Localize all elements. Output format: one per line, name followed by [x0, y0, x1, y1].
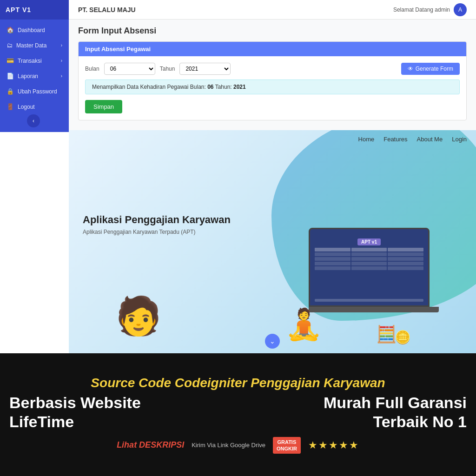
master-data-icon: 🗂 [7, 42, 13, 49]
promo-bottom-row: Lihat DESKRIPSI Kirim Via Link Google Dr… [9, 437, 467, 454]
nav-home[interactable]: Home [358, 136, 375, 143]
sidebar-item-ubah-password[interactable]: 🔒 Ubah Password [0, 84, 69, 99]
company-name: PT. SELALU MAJU [78, 6, 136, 13]
header-user: Selamat Datang admin A [393, 3, 467, 16]
calculator-icon: 🧮 [376, 324, 397, 344]
chevron-right-icon: › [61, 73, 62, 79]
bulan-select[interactable]: Pilih Bulan 010203 040506 070809 101112 [104, 63, 155, 75]
nav-login[interactable]: Login [452, 136, 467, 143]
sidebar-item-laporan[interactable]: 📄 Laporan › [0, 68, 69, 84]
promo-left-text: Berbasis Website LifeTime [9, 393, 141, 431]
sidebar-item-label: Ubah Password [18, 88, 57, 95]
lihat-deskripsi-link[interactable]: Lihat DESKRIPSI [117, 440, 184, 450]
sidebar-brand: APT V1 [0, 0, 69, 20]
scroll-down-button[interactable]: ⌄ [265, 334, 280, 349]
gratis-ongkir-badge: GRATIS ONGKIR [273, 437, 301, 454]
form-card-body: Bulan Pilih Bulan 010203 040506 070809 1… [79, 56, 466, 120]
star-rating: ★★★★★ [308, 439, 359, 451]
kirim-text: Kirim Via Link Google Drive [192, 442, 265, 449]
tahun-select[interactable]: Pilih Tahun 202120222023 [179, 63, 231, 75]
promo-section: Source Code Codeigniter Penggajian Karya… [0, 353, 476, 476]
laptop-screen: APT v1 [309, 228, 430, 307]
coin-icon: 🪙 [395, 330, 411, 345]
page-title: Form Input Absensi [78, 26, 467, 36]
person-left-figure: 🧑 [115, 298, 162, 335]
landing-subheading: Aplikasi Penggajian Karyawan Terpadu (AP… [83, 229, 231, 235]
avatar: A [454, 3, 467, 16]
info-bar: Menampilkan Data Kehadiran Pegawai Bulan… [85, 79, 460, 94]
sidebar-item-label: Laporan [18, 73, 38, 79]
landing-section: Home Features About Me Login Aplikasi Pe… [69, 130, 476, 353]
person-right-figure: 🧘 [285, 309, 323, 339]
sidebar-toggle-button[interactable]: ‹ [27, 114, 40, 127]
dashboard-icon: 🏠 [7, 26, 14, 33]
chevron-right-icon: › [61, 58, 62, 63]
nav-features[interactable]: Features [383, 136, 407, 143]
sidebar-item-dashboard[interactable]: 🏠 Dashboard [0, 22, 69, 38]
laptop-base [309, 307, 439, 312]
chevron-right-icon: › [61, 43, 62, 48]
promo-title: Source Code Codeigniter Penggajian Karya… [9, 376, 467, 390]
sidebar: APT V1 🏠 Dashboard 🗂 Master Data › 💳 Tra… [0, 0, 69, 132]
landing-nav: Home Features About Me Login [349, 130, 476, 148]
save-button[interactable]: Simpan [85, 100, 122, 113]
laptop-illustration: APT v1 [309, 228, 439, 321]
sidebar-item-logout[interactable]: 🚪 Logout [0, 99, 69, 114]
lock-icon: 🔒 [7, 88, 14, 95]
sidebar-item-label: Logout [18, 104, 35, 110]
tahun-value: 2021 [233, 84, 246, 90]
apt-badge: APT v1 [357, 238, 381, 245]
form-row-filters: Bulan Pilih Bulan 010203 040506 070809 1… [85, 63, 460, 75]
sidebar-nav: 🏠 Dashboard 🗂 Master Data › 💳 Transaksi … [0, 22, 69, 114]
form-area: Form Input Absensi Input Absensi Pegawai… [69, 20, 476, 127]
sidebar-item-label: Master Data [16, 42, 46, 49]
generate-form-button[interactable]: 👁 Generate Form [401, 63, 460, 75]
bulan-value: 06 [207, 84, 213, 90]
sidebar-item-transaksi[interactable]: 💳 Transaksi › [0, 53, 69, 68]
laptop-table [315, 248, 423, 271]
transaksi-icon: 💳 [7, 57, 14, 64]
header-bar: PT. SELALU MAJU Selamat Datang admin A [69, 0, 476, 20]
sidebar-item-master-data[interactable]: 🗂 Master Data › [0, 38, 69, 53]
promo-main-row: Berbasis Website LifeTime Murah Full Gar… [9, 393, 467, 431]
eye-icon: 👁 [408, 66, 413, 72]
sidebar-item-label: Transaksi [18, 58, 42, 64]
sidebar-item-label: Dashboard [18, 27, 45, 33]
bulan-label: Bulan [85, 66, 99, 72]
tahun-label: Tahun [160, 66, 175, 72]
form-card-header: Input Absensi Pegawai [79, 42, 466, 56]
welcome-text: Selamat Datang admin [393, 7, 450, 13]
promo-right-text: Murah Full Garansi Terbaik No 1 [324, 393, 467, 431]
laporan-icon: 📄 [7, 73, 14, 79]
logout-icon: 🚪 [7, 103, 14, 110]
landing-text: Aplikasi Penggajian Karyawan Aplikasi Pe… [83, 214, 231, 235]
landing-heading: Aplikasi Penggajian Karyawan [83, 214, 231, 226]
nav-about[interactable]: About Me [417, 136, 443, 143]
form-card: Input Absensi Pegawai Bulan Pilih Bulan … [78, 41, 467, 120]
